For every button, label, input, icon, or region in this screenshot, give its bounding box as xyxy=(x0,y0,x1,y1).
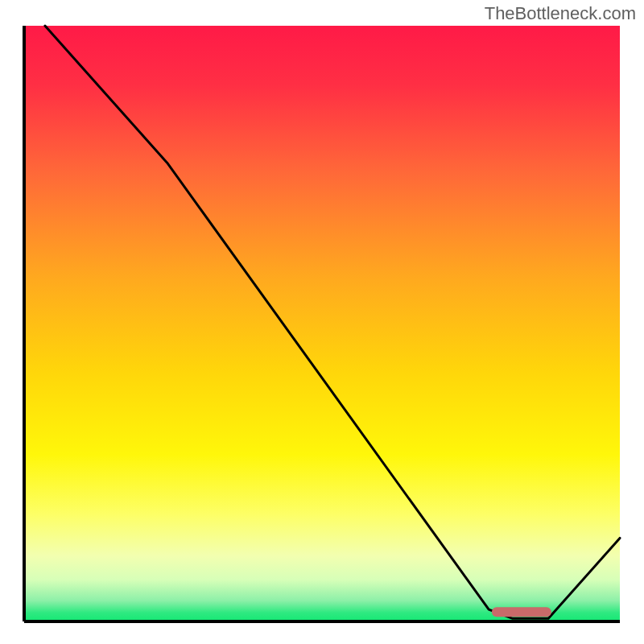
optimal-marker xyxy=(492,607,551,617)
plot-background xyxy=(24,26,620,621)
chart-root: TheBottleneck.com xyxy=(0,0,644,644)
watermark-text: TheBottleneck.com xyxy=(485,3,636,24)
bottleneck-chart xyxy=(0,0,644,644)
